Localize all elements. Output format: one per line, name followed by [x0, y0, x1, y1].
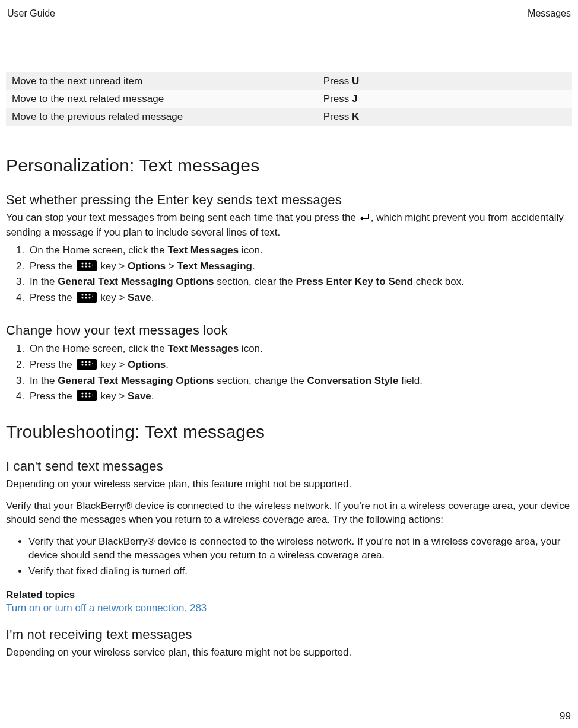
shortcut-action: Move to the next related message [6, 90, 317, 108]
svg-point-12 [88, 297, 90, 298]
svg-point-23 [81, 396, 83, 398]
svg-point-22 [85, 393, 87, 395]
change-look-steps: On the Home screen, click the Text Messa… [6, 342, 572, 404]
svg-point-16 [81, 364, 83, 365]
svg-point-3 [85, 265, 87, 267]
page-number: 99 [560, 710, 571, 722]
svg-point-25 [88, 393, 90, 395]
cant-send-p1: Depending on your wireless service plan,… [6, 478, 572, 491]
svg-point-26 [88, 396, 90, 398]
cant-send-bullets: Verify that your BlackBerry® device is c… [6, 535, 572, 578]
list-item: In the General Text Messaging Options se… [27, 275, 572, 290]
menu-key-icon [77, 359, 97, 370]
table-row: Move to the previous related message Pre… [6, 108, 572, 126]
svg-point-18 [88, 361, 90, 363]
shortcut-action: Move to the next unread item [6, 72, 317, 90]
svg-point-4 [88, 262, 90, 264]
svg-point-17 [85, 364, 87, 365]
shortcut-key: Press K [317, 108, 572, 126]
heading-cant-send: I can't send text messages [6, 459, 572, 474]
shortcut-key: Press U [317, 72, 572, 90]
not-receiving-p1: Depending on your wireless service plan,… [6, 646, 572, 660]
svg-point-13 [92, 295, 93, 297]
list-item: Press the key > Save. [27, 389, 572, 404]
svg-point-11 [88, 294, 90, 295]
related-topics-heading: Related topics [6, 589, 572, 601]
svg-point-14 [81, 361, 83, 363]
svg-point-7 [81, 294, 83, 295]
menu-key-icon [77, 292, 97, 303]
heading-not-receiving: I'm not receiving text messages [6, 627, 572, 643]
menu-key-icon [77, 390, 97, 401]
svg-point-10 [85, 297, 87, 298]
svg-point-19 [88, 364, 90, 365]
svg-point-0 [81, 262, 83, 264]
list-item: In the General Text Messaging Options se… [27, 374, 572, 389]
svg-point-1 [85, 262, 87, 264]
enter-key-icon [360, 212, 370, 226]
svg-point-9 [81, 297, 83, 298]
heading-troubleshoot: Troubleshooting: Text messages [6, 422, 572, 442]
list-item: On the Home screen, click the Text Messa… [27, 342, 572, 357]
related-link[interactable]: Turn on or turn off a network connection… [6, 602, 207, 613]
svg-point-2 [81, 265, 83, 267]
svg-point-8 [85, 294, 87, 295]
svg-point-27 [92, 394, 93, 396]
shortcut-table: Move to the next unread item Press U Mov… [6, 72, 572, 126]
svg-point-21 [81, 393, 83, 395]
header-left: User Guide [7, 8, 55, 19]
heading-set-enter: Set whether pressing the Enter key sends… [6, 192, 572, 208]
cant-send-p2: Verify that your BlackBerry® device is c… [6, 500, 572, 527]
list-item: Verify that your BlackBerry® device is c… [28, 535, 572, 562]
svg-point-5 [88, 265, 90, 267]
svg-point-6 [92, 263, 93, 265]
svg-point-20 [92, 363, 93, 364]
list-item: Press the key > Save. [27, 291, 572, 306]
menu-key-icon [77, 260, 97, 271]
svg-point-15 [85, 361, 87, 363]
shortcut-key: Press J [317, 90, 572, 108]
heading-change-look: Change how your text messages look [6, 323, 572, 338]
set-enter-steps: On the Home screen, click the Text Messa… [6, 243, 572, 306]
svg-point-24 [85, 396, 87, 398]
header-right: Messages [528, 8, 571, 19]
list-item: Press the key > Options. [27, 358, 572, 373]
shortcut-action: Move to the previous related message [6, 108, 317, 126]
table-row: Move to the next unread item Press U [6, 72, 572, 90]
list-item: On the Home screen, click the Text Messa… [27, 243, 572, 258]
list-item: Press the key > Options > Text Messaging… [27, 259, 572, 274]
page-header: User Guide Messages [6, 8, 572, 19]
set-enter-intro: You can stop your text messages from bei… [6, 211, 572, 240]
heading-personalization: Personalization: Text messages [6, 155, 572, 176]
list-item: Verify that fixed dialing is turned off. [28, 565, 572, 578]
table-row: Move to the next related message Press J [6, 90, 572, 108]
